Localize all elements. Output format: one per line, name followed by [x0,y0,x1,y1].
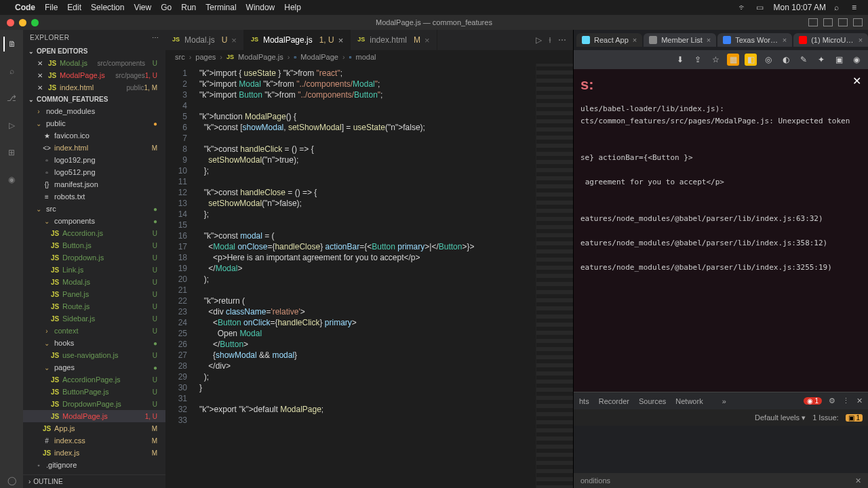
close-tab-icon[interactable]: × [633,36,637,44]
file-item[interactable]: JSuse-navigation.jsU [23,349,165,361]
more-icon[interactable]: ⋯ [558,35,566,45]
extension-icon[interactable]: ▦ [727,54,739,66]
devtools-tab[interactable]: Sources [639,397,666,405]
clock[interactable]: Mon 10:07 AM [774,3,826,12]
error-count-badge[interactable]: ◉ 1 [804,397,822,405]
layout-icon[interactable] [853,18,863,26]
share-icon[interactable]: ⇪ [692,54,704,66]
menu-go[interactable]: Go [161,3,172,12]
extension-icon[interactable]: ◐ [780,54,792,66]
folder-item[interactable]: ⌄pages● [23,361,165,373]
file-item[interactable]: JSModalPage.js1, U [23,410,165,422]
star-icon[interactable]: ☆ [709,54,722,66]
folder-item[interactable]: ⌄components● [23,215,165,227]
devtools-tab[interactable]: hts [579,397,589,405]
file-item[interactable]: JSApp.jsM [23,422,165,434]
download-icon[interactable]: ⬇ [674,54,686,66]
file-item[interactable]: JSSidebar.jsU [23,312,165,325]
close-tab-icon[interactable]: × [425,35,430,45]
menu-file[interactable]: File [45,3,58,12]
file-item[interactable]: JSModal.jsU [23,276,165,288]
file-item[interactable]: JSLink.jsU [23,264,165,276]
control-center-icon[interactable]: ≡ [852,3,861,12]
browser-tab[interactable]: Member List× [644,33,716,47]
file-item[interactable]: JSAccordionPage.jsU [23,373,165,386]
settings-icon[interactable]: ⚙ [829,396,835,405]
run-icon[interactable]: ▷ [536,35,542,45]
menu-window[interactable]: Window [246,3,275,12]
app-name[interactable]: Code [15,3,35,12]
profile-icon[interactable]: ◉ [850,54,863,66]
extension-icon[interactable]: ◎ [762,54,774,66]
folder-item[interactable]: ⌄public● [23,117,165,129]
menu-edit[interactable]: Edit [67,3,81,12]
close-tab-icon[interactable]: × [859,36,863,44]
editor-tab[interactable]: JSModal.jsU× [165,30,244,50]
source-control-icon[interactable]: ⎇ [4,91,19,106]
extension-icon[interactable]: ◧ [745,54,757,66]
browser-tab[interactable]: React App× [576,33,642,47]
close-tab-icon[interactable]: × [338,35,344,45]
browser-tab[interactable]: (1) MicroUrb…× [793,33,868,47]
close-devtools-icon[interactable]: ✕ [856,396,863,405]
file-item[interactable]: JSAccordion.jsU [23,227,165,239]
file-item[interactable]: #index.cssM [23,434,165,447]
issue-badge[interactable]: ▣ 1 [846,414,863,422]
minimize-window-icon[interactable] [19,19,26,26]
editor-layout-icons[interactable] [808,18,863,26]
file-item[interactable]: JSButtonPage.jsU [23,386,165,398]
breadcrumb-item[interactable]: src [175,53,185,61]
devtools-tab[interactable]: Network [675,397,703,405]
close-tab-icon[interactable]: × [707,36,711,44]
breadcrumb-item[interactable]: ModalPage.js [238,53,283,61]
split-editor-icon[interactable] [838,18,848,26]
file-item[interactable]: JSDropdown.jsU [23,251,165,264]
close-tab-icon[interactable]: × [783,36,787,44]
file-item[interactable]: ▫logo512.png [23,166,165,178]
battery-icon[interactable]: ▭ [756,3,766,12]
menu-run[interactable]: Run [181,3,196,12]
code-lines[interactable]: "k">import { useState } "k">from "react"… [194,64,536,488]
close-icon[interactable]: ✕ [855,476,861,485]
open-editors-section[interactable]: ⌄ OPEN EDITORS [23,45,165,57]
file-item[interactable]: ≡robots.txt [23,190,165,203]
more-icon[interactable]: ⋮ [842,396,850,405]
breadcrumb-item[interactable]: ModalPage [300,53,338,61]
menu-help[interactable]: Help [284,3,301,12]
devtools-more-icon[interactable]: » [722,397,726,405]
split-icon[interactable]: ⫲ [549,35,551,45]
project-section[interactable]: ⌄ COMMON_FEATURES [23,94,165,105]
file-item[interactable]: JSindex.jsM [23,447,165,459]
editor-tab[interactable]: JSModalPage.js1, U× [244,30,351,50]
log-levels-dropdown[interactable]: Default levels ▾ [755,413,806,422]
minimap[interactable] [536,64,573,488]
outline-section[interactable]: › OUTLINE [23,474,165,488]
open-editor-item[interactable]: ✕JSindex.htmlpublic1, M [23,81,165,94]
open-editor-item[interactable]: ✕JSModal.jssrc/componentsU [23,57,165,69]
file-item[interactable]: <>index.htmlM [23,142,165,154]
wifi-icon[interactable]: ᯤ [738,3,748,12]
run-debug-icon[interactable]: ▷ [4,118,19,133]
menu-terminal[interactable]: Terminal [205,3,236,12]
folder-item[interactable]: ⌄hooks● [23,337,165,349]
browser-tab[interactable]: Texas Workf…× [717,33,792,47]
folder-item[interactable]: ›contextU [23,325,165,337]
maximize-window-icon[interactable] [31,19,39,26]
code-editor[interactable]: 1234567891011121314151617181920212223242… [165,64,573,488]
close-overlay-icon[interactable]: ✕ [852,75,861,87]
editor-tab[interactable]: JSindex.htmlM× [351,30,437,50]
file-item[interactable]: JSButton.jsU [23,239,165,251]
extension-icon[interactable]: ▣ [833,54,845,66]
file-item[interactable]: ◦.gitignore [23,459,165,471]
console-output[interactable] [574,426,868,473]
menu-selection[interactable]: Selection [91,3,124,12]
search-icon[interactable]: ⌕ [4,64,19,79]
extension-icon[interactable]: ✎ [797,54,810,66]
file-item[interactable]: ▫logo192.png [23,154,165,166]
breadcrumb-item[interactable]: pages [195,53,216,61]
devtools-tab[interactable]: Recorder [599,397,629,405]
file-item[interactable]: JSRoute.jsU [23,300,165,312]
folder-item[interactable]: ›node_modules [23,105,165,117]
file-item[interactable]: {}manifest.json [23,178,165,190]
explorer-icon[interactable]: 🗎 [3,37,18,52]
